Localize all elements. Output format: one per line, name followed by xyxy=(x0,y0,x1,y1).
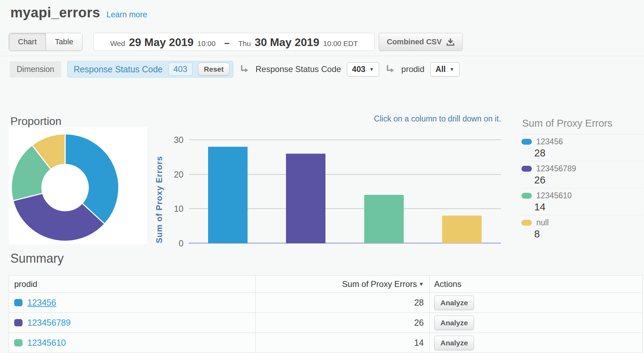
summary-header-row: prodid Sum of Proxy Errors▼ Actions xyxy=(9,275,643,293)
analyze-button[interactable]: Analyze xyxy=(434,316,474,330)
column-header-sum-label: Sum of Proxy Errors xyxy=(342,279,417,289)
legend-swatch xyxy=(521,220,532,226)
legend-items: 12345628123456789261234561014null8 xyxy=(521,134,643,242)
dimension-label: Dimension xyxy=(10,61,61,78)
bar-12345610[interactable] xyxy=(364,195,404,243)
legend-title: Sum of Proxy Errors xyxy=(521,116,643,134)
reset-filter-button[interactable]: Reset xyxy=(198,63,230,76)
legend-label: 123456 xyxy=(536,137,563,146)
column-header-actions: Actions xyxy=(430,275,643,293)
legend-item: 12345628 xyxy=(521,134,643,161)
table-row: 12345628Analyze xyxy=(9,293,643,313)
legend-label-row: 12345610 xyxy=(521,191,643,200)
filter-row: Dimension Response Status Code 403 Reset… xyxy=(10,61,459,78)
bar-123456[interactable] xyxy=(208,147,248,243)
legend-label-row: 123456789 xyxy=(521,164,643,173)
y-tick-20: 20 xyxy=(149,169,184,180)
gridline-30 xyxy=(189,139,501,140)
page-title: myapi_errors xyxy=(10,5,100,20)
bar-null[interactable] xyxy=(442,216,482,243)
caret-down-icon: ▼ xyxy=(449,66,454,72)
sum-value-cell: 28 xyxy=(256,293,430,313)
prodid-selected-value: All xyxy=(436,65,446,74)
legend-value: 26 xyxy=(534,174,643,186)
drilldown-hint: Click on a column to drill down on it. xyxy=(189,114,501,124)
tab-chart[interactable]: Chart xyxy=(9,33,46,51)
table-row: 1234561014Analyze xyxy=(9,333,643,353)
sum-value-cell: 26 xyxy=(256,313,430,333)
prodid-swatch xyxy=(14,319,23,326)
proportion-donut-card xyxy=(9,127,147,244)
prodid-swatch xyxy=(14,299,23,306)
legend-swatch xyxy=(521,139,532,145)
legend-label-row: 123456 xyxy=(521,137,643,146)
end-time: 10:00 EDT xyxy=(323,39,358,48)
active-filter-name: Response Status Code xyxy=(74,64,163,74)
start-day: Wed xyxy=(110,39,125,48)
date-range-picker[interactable]: Wed 29 May 2019 10:00 – Thu 30 May 2019 … xyxy=(93,33,375,51)
sum-value-cell: 14 xyxy=(256,333,430,353)
start-time: 10:00 xyxy=(197,39,216,48)
active-filter-chip: Response Status Code 403 Reset xyxy=(67,61,233,78)
legend-label: 12345610 xyxy=(536,191,572,200)
summary-heading: Summary xyxy=(10,251,64,266)
legend-swatch xyxy=(521,193,532,199)
legend-label-row: null xyxy=(521,218,643,227)
combined-csv-button[interactable]: Combined CSV xyxy=(379,33,463,51)
toolbar-divider xyxy=(0,56,644,56)
proportion-donut xyxy=(9,127,147,244)
summary-table: prodid Sum of Proxy Errors▼ Actions 1234… xyxy=(9,275,643,353)
analyze-button[interactable]: Analyze xyxy=(434,336,474,350)
legend-swatch xyxy=(521,166,532,172)
end-day: Thu xyxy=(238,39,251,48)
legend-item: 12345678926 xyxy=(521,161,643,188)
end-date: 30 May 2019 xyxy=(254,36,319,49)
column-header-sum[interactable]: Sum of Proxy Errors▼ xyxy=(256,275,430,293)
drilldown-arrow-icon xyxy=(385,65,395,75)
prodid-link[interactable]: 123456789 xyxy=(27,318,71,328)
analyze-button[interactable]: Analyze xyxy=(434,296,474,310)
status-code-select[interactable]: 403 ▼ xyxy=(347,62,379,76)
caret-down-icon: ▼ xyxy=(369,66,374,72)
y-axis-title: Sum of Proxy Errors xyxy=(154,140,164,243)
sort-desc-icon: ▼ xyxy=(419,281,424,287)
legend-item: null8 xyxy=(521,215,643,242)
download-icon xyxy=(446,38,455,46)
legend: Sum of Proxy Errors 12345628123456789261… xyxy=(521,116,643,242)
prodid-link[interactable]: 12345610 xyxy=(27,338,66,348)
page-header: myapi_errors Learn more xyxy=(10,5,147,20)
table-row: 12345678926Analyze xyxy=(9,313,643,333)
start-date: 29 May 2019 xyxy=(129,36,194,49)
drilldown-dimension-name: Response Status Code xyxy=(256,64,341,74)
y-tick-0: 0 xyxy=(149,238,184,249)
prodid-swatch xyxy=(14,339,23,346)
drilldown-dimension-name: prodid xyxy=(401,64,424,74)
y-tick-30: 30 xyxy=(149,134,184,145)
legend-value: 8 xyxy=(534,228,643,240)
legend-label: null xyxy=(536,218,549,227)
learn-more-link[interactable]: Learn more xyxy=(106,10,147,19)
active-filter-value-badge: 403 xyxy=(168,63,193,76)
legend-item: 1234561014 xyxy=(521,188,643,215)
prodid-link[interactable]: 123456 xyxy=(27,298,56,308)
view-toggle: Chart Table xyxy=(9,33,82,51)
combined-csv-label: Combined CSV xyxy=(387,37,442,46)
legend-label: 123456789 xyxy=(536,164,576,173)
date-range-separator: – xyxy=(224,37,230,48)
column-header-prodid[interactable]: prodid xyxy=(9,275,256,293)
drilldown-arrow-icon xyxy=(239,65,250,75)
legend-value: 28 xyxy=(534,147,643,159)
legend-value: 14 xyxy=(534,201,643,213)
tab-table[interactable]: Table xyxy=(46,33,82,51)
prodid-select[interactable]: All ▼ xyxy=(430,62,459,76)
proportion-heading: Proportion xyxy=(10,115,62,128)
status-code-selected-value: 403 xyxy=(352,65,365,74)
y-tick-10: 10 xyxy=(149,203,184,214)
bar-123456789[interactable] xyxy=(286,154,325,243)
